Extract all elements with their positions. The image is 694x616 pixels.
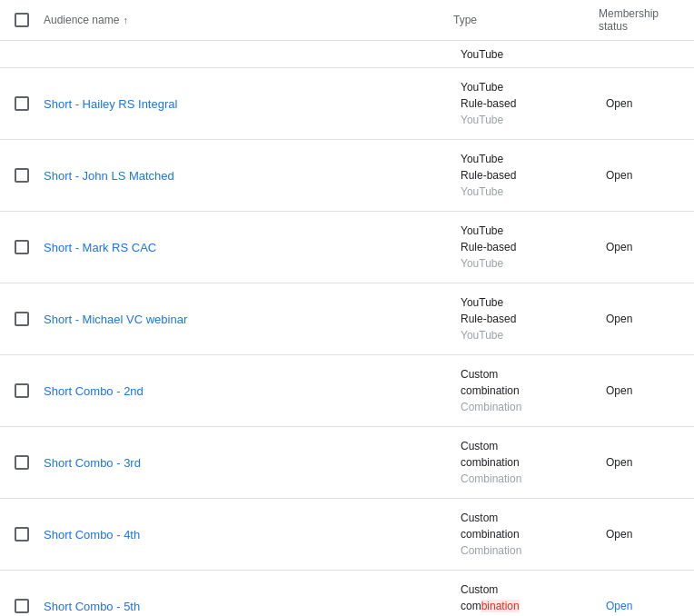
row-checkbox-col-0: [0, 68, 44, 139]
type-line3: Combination: [461, 401, 521, 413]
type-line3: YouTube: [461, 185, 503, 198]
type-line2: Rule-based: [461, 313, 516, 325]
partial-type-col: YouTube: [453, 43, 599, 66]
row-checkbox-col-2: [0, 212, 44, 283]
rows-container: Short - Hailey RS IntegralYouTubeRule-ba…: [0, 68, 694, 616]
row-type-5: CustomcombinationCombination: [453, 427, 599, 498]
membership-status: Open: [606, 384, 632, 397]
membership-status: Open: [606, 456, 632, 469]
type-line1: YouTube: [461, 224, 503, 237]
type-line2: Rule-based: [461, 97, 516, 110]
membership-status: Open: [606, 528, 632, 541]
table-header: Audience name ↑ Type Membership status: [0, 0, 694, 41]
type-line3: YouTube: [461, 329, 503, 342]
audience-name-link-4[interactable]: Short Combo - 2nd: [44, 384, 144, 398]
membership-status: Open: [606, 313, 632, 325]
audience-name-label: Audience name: [44, 14, 119, 26]
type-label: Type: [453, 14, 599, 26]
type-line2-part2-highlight: bination: [481, 600, 520, 612]
table-row: Short Combo - 4thCustomcombinationCombin…: [0, 499, 694, 571]
row-checkbox-5[interactable]: [15, 455, 29, 470]
table-row: Short - Hailey RS IntegralYouTubeRule-ba…: [0, 68, 694, 140]
row-type-6: CustomcombinationCombination: [453, 499, 599, 570]
row-name-0: Short - Hailey RS Integral: [44, 86, 453, 122]
audience-name-link-3[interactable]: Short - Michael VC webinar: [44, 313, 187, 326]
row-name-4: Short Combo - 2nd: [44, 373, 453, 409]
sort-arrow-icon[interactable]: ↑: [123, 15, 128, 25]
row-checkbox-col-3: [0, 283, 44, 354]
select-all-checkbox[interactable]: [15, 13, 29, 27]
row-name-7: Short Combo - 5th: [44, 589, 453, 617]
row-membership-0: Open: [599, 86, 694, 121]
row-checkbox-0[interactable]: [15, 96, 29, 111]
row-membership-5: Open: [599, 445, 694, 480]
type-line1: YouTube: [461, 153, 503, 165]
type-header: Type: [453, 14, 599, 26]
row-membership-4: Open: [599, 373, 694, 408]
table-row: Short Combo - 3rdCustomcombinationCombin…: [0, 427, 694, 499]
audience-name-header: Audience name ↑: [44, 14, 453, 26]
type-line2: combination: [461, 384, 520, 397]
row-type-0: YouTubeRule-basedYouTube: [453, 68, 599, 139]
row-checkbox-7[interactable]: [15, 599, 29, 613]
row-type-7: CustomcombinationCombination: [453, 571, 599, 616]
select-all-checkbox-col: [0, 13, 44, 27]
audience-name-link-5[interactable]: Short Combo - 3rd: [44, 456, 141, 470]
type-line2: combination: [461, 528, 520, 541]
row-type-4: CustomcombinationCombination: [453, 355, 599, 426]
audience-name-link-1[interactable]: Short - John LS Matched: [44, 169, 174, 183]
row-checkbox-2[interactable]: [15, 240, 29, 254]
membership-header: Membership status: [599, 7, 694, 33]
row-checkbox-3[interactable]: [15, 312, 29, 326]
row-name-2: Short - Mark RS CAC: [44, 230, 453, 265]
table-row: Short Combo - 5thCustomcombinationCombin…: [0, 571, 694, 616]
table-row: Short Combo - 2ndCustomcombinationCombin…: [0, 355, 694, 427]
type-line2: Rule-based: [461, 169, 516, 182]
row-checkbox-col-7: [0, 571, 44, 616]
table-row: Short - Mark RS CACYouTubeRule-basedYouT…: [0, 212, 694, 283]
audience-name-link-2[interactable]: Short - Mark RS CAC: [44, 241, 156, 254]
row-checkbox-col-6: [0, 499, 44, 570]
type-line3: Combination: [461, 472, 521, 485]
type-line2-part1: com: [461, 600, 481, 612]
row-checkbox-4[interactable]: [15, 383, 29, 398]
membership-status: Open: [606, 169, 632, 182]
row-membership-1: Open: [599, 158, 694, 193]
row-checkbox-6[interactable]: [15, 527, 29, 541]
table-row: Short - Michael VC webinarYouTubeRule-ba…: [0, 283, 694, 355]
row-name-1: Short - John LS Matched: [44, 158, 453, 194]
membership-status: Open: [606, 600, 632, 612]
type-line1: Custom: [461, 512, 498, 524]
membership-status: Open: [606, 97, 632, 110]
partial-row: YouTube: [0, 41, 694, 68]
row-membership-6: Open: [599, 517, 694, 551]
row-name-6: Short Combo - 4th: [44, 517, 453, 552]
type-line1: YouTube: [461, 296, 503, 309]
membership-label: Membership status: [599, 7, 687, 33]
row-type-1: YouTubeRule-basedYouTube: [453, 140, 599, 211]
type-line1: Custom: [461, 440, 498, 452]
type-line2: Rule-based: [461, 241, 516, 253]
audience-name-link-7[interactable]: Short Combo - 5th: [44, 600, 140, 613]
audience-name-link-0[interactable]: Short - Hailey RS Integral: [44, 97, 177, 111]
type-line2: combination: [461, 456, 520, 469]
membership-status: Open: [606, 241, 632, 253]
type-line1: YouTube: [461, 81, 503, 94]
row-checkbox-1[interactable]: [15, 168, 29, 183]
audience-name-link-6[interactable]: Short Combo - 4th: [44, 528, 140, 541]
type-line1: Custom: [461, 583, 498, 596]
row-checkbox-col-4: [0, 355, 44, 426]
type-line3: YouTube: [461, 114, 503, 126]
partial-type-text: YouTube: [461, 48, 503, 61]
row-type-3: YouTubeRule-basedYouTube: [453, 283, 599, 354]
type-line3: YouTube: [461, 257, 503, 270]
row-type-2: YouTubeRule-basedYouTube: [453, 212, 599, 283]
type-line3: Combination: [461, 544, 521, 557]
row-membership-2: Open: [599, 230, 694, 264]
row-membership-3: Open: [599, 302, 694, 336]
row-membership-7: Open: [599, 589, 694, 616]
type-line1: Custom: [461, 368, 498, 381]
row-checkbox-col-5: [0, 427, 44, 498]
table-row: Short - John LS MatchedYouTubeRule-based…: [0, 140, 694, 212]
row-checkbox-col-1: [0, 140, 44, 211]
